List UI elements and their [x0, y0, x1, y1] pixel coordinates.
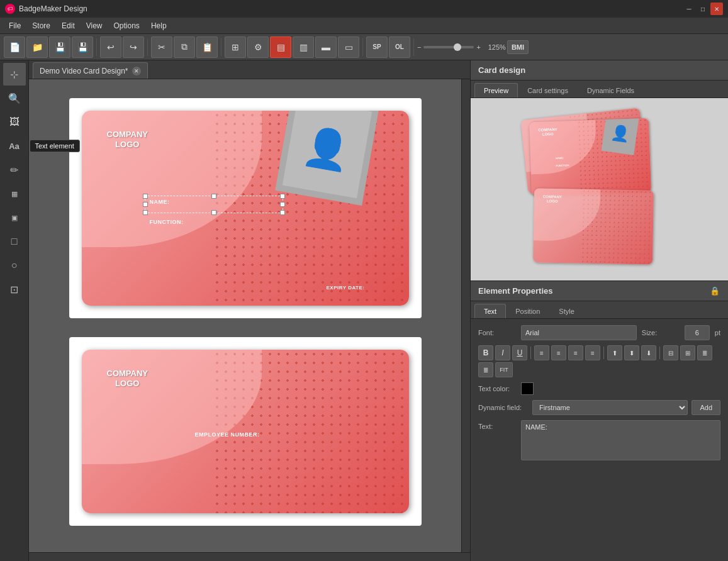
text-field-input[interactable]: NAME: — [521, 420, 720, 460]
maximize-button[interactable]: □ — [697, 3, 709, 15]
app-icon: 🏷 — [5, 4, 15, 14]
paste-button[interactable]: 📋 — [196, 36, 218, 58]
menu-bar: File Store Edit View Options Help — [0, 18, 728, 34]
save-button[interactable]: 💾 — [49, 36, 70, 58]
expiry-field: EXPIRY DATE: — [327, 285, 365, 291]
menu-edit[interactable]: Edit — [57, 19, 80, 32]
bmi-button[interactable]: BMI — [507, 40, 529, 54]
menu-help[interactable]: Help — [146, 19, 172, 32]
card-view-button[interactable]: ▤ — [270, 36, 291, 58]
open-button[interactable]: 📁 — [26, 36, 48, 58]
capture-tool-button[interactable]: ⊡ — [3, 278, 26, 301]
align-right-button[interactable]: ≡ — [568, 345, 583, 360]
menu-options[interactable]: Options — [109, 19, 145, 32]
element-props-panel: Element Properties 🔒 Text Position Style… — [471, 281, 728, 561]
canvas-area[interactable]: COMPANY LOGO 👤 — [29, 79, 461, 552]
list-button[interactable]: ≣ — [697, 345, 712, 360]
valign-mid-button[interactable]: ⬍ — [624, 345, 639, 360]
ol-button[interactable]: OL — [389, 36, 410, 58]
layout2-button[interactable]: ▬ — [315, 36, 337, 58]
minimize-button[interactable]: ─ — [683, 3, 695, 15]
cut-button[interactable]: ✂ — [151, 36, 172, 58]
list2-button[interactable]: ≣ — [478, 362, 493, 377]
card-design-panel: Card design Preview Card settings Dynami… — [471, 60, 728, 281]
layout3-button[interactable]: ▭ — [338, 36, 359, 58]
menu-store[interactable]: Store — [27, 19, 55, 32]
text-tool-button[interactable]: Aa Text element — [3, 135, 26, 157]
menu-file[interactable]: File — [4, 19, 26, 32]
circle-tool-button[interactable]: ○ — [3, 254, 26, 277]
zoom-plus[interactable]: + — [476, 43, 480, 51]
underline-button[interactable]: U — [512, 345, 527, 360]
preview-logo-2: COMPANY LOGO — [538, 128, 557, 137]
text-color-swatch[interactable] — [521, 382, 534, 395]
bold-button[interactable]: B — [478, 345, 493, 360]
select-tool-button[interactable]: ⊹ — [3, 63, 26, 86]
saveas-button[interactable]: 💾 — [72, 36, 93, 58]
tab-preview[interactable]: Preview — [474, 83, 518, 97]
tab-dynamic-fields[interactable]: Dynamic Fields — [578, 83, 644, 97]
valign-top-button[interactable]: ⬆ — [607, 345, 622, 360]
layout1-button[interactable]: ▥ — [293, 36, 314, 58]
align-left-button[interactable]: ≡ — [534, 345, 549, 360]
zoom-minus[interactable]: − — [417, 43, 421, 51]
card-back[interactable]: COMPANY LOGO EMPLOYEE NUMBER: — [82, 350, 409, 513]
employee-field: EMPLOYEE NUMBER: — [195, 431, 260, 438]
preview-card-mid: COMPANY LOGO 👤 NAME: FUNCTION: — [529, 118, 651, 197]
image-tool-button[interactable]: 🖼 — [3, 111, 26, 133]
main-area: ⊹ 🔍 🖼 Aa Text element ✏ ▦ ▣ □ ○ ⊡ Demo V… — [0, 60, 728, 561]
horizontal-scrollbar[interactable] — [29, 552, 470, 561]
toolbar-sep-4 — [362, 38, 363, 56]
qr-tool-button[interactable]: ▣ — [3, 206, 26, 229]
menu-view[interactable]: View — [81, 19, 108, 32]
new-button[interactable]: 📄 — [4, 36, 25, 58]
draw-tool-button[interactable]: ✏ — [3, 158, 26, 181]
size-input[interactable] — [685, 325, 710, 340]
add-dynamic-field-button[interactable]: Add — [692, 400, 720, 415]
design-tab-close[interactable]: ✕ — [132, 67, 141, 75]
card-front[interactable]: COMPANY LOGO 👤 — [82, 111, 409, 306]
zoom-tool-button[interactable]: 🔍 — [3, 87, 26, 109]
tab-card-settings[interactable]: Card settings — [518, 83, 578, 97]
indent-left-button[interactable]: ⊟ — [663, 345, 678, 360]
redo-button[interactable]: ↪ — [123, 36, 144, 58]
toolbar-sep-5 — [413, 38, 414, 56]
grid-button[interactable]: ⊞ — [225, 36, 246, 58]
card-design-tabs: Preview Card settings Dynamic Fields — [471, 81, 728, 98]
dynamic-field-select[interactable]: Firstname Lastname Function Employee Num… — [532, 400, 688, 415]
design-tab[interactable]: Demo Video Card Design* ✕ — [33, 62, 148, 79]
size-label: Size: — [642, 329, 680, 336]
italic-button[interactable]: I — [495, 345, 510, 360]
content-area: Demo Video Card Design* ✕ COMPANY LOGO — [29, 60, 470, 561]
valign-bot-button[interactable]: ⬇ — [641, 345, 656, 360]
toolbar-sep-2 — [147, 38, 148, 56]
undo-button[interactable]: ↩ — [100, 36, 121, 58]
preview-name: NAME: — [555, 156, 563, 159]
toolbar-sep-1 — [96, 38, 97, 56]
copy-button[interactable]: ⧉ — [174, 36, 195, 58]
font-select[interactable]: Arial — [521, 325, 637, 340]
sp-button[interactable]: SP — [366, 36, 388, 58]
app-title: BadgeMaker Design — [19, 4, 87, 13]
card-front-container: COMPANY LOGO 👤 — [69, 98, 422, 318]
barcode-tool-button[interactable]: ▦ — [3, 182, 26, 205]
close-button[interactable]: ✕ — [710, 3, 723, 15]
zoom-thumb[interactable] — [454, 43, 461, 51]
rect-tool-button[interactable]: □ — [3, 230, 26, 253]
design-tab-label: Demo Video Card Design* — [40, 67, 128, 75]
align-justify-button[interactable]: ≡ — [585, 345, 600, 360]
title-bar-controls[interactable]: ─ □ ✕ — [683, 3, 723, 15]
vertical-scrollbar[interactable] — [461, 79, 470, 552]
zoom-value: 125% — [483, 43, 506, 51]
zoom-track[interactable] — [423, 46, 474, 48]
lock-icon[interactable]: 🔒 — [709, 286, 720, 297]
tab-style[interactable]: Style — [549, 304, 583, 318]
tab-position[interactable]: Position — [506, 304, 549, 318]
indent-right-button[interactable]: ⊞ — [680, 345, 695, 360]
tab-text[interactable]: Text — [474, 304, 506, 318]
align-center-button[interactable]: ≡ — [551, 345, 566, 360]
fit-button[interactable]: FIT — [495, 362, 513, 377]
card-back-logo: COMPANY LOGO — [107, 369, 148, 388]
preview-photo: 👤 — [601, 118, 639, 155]
settings-button[interactable]: ⚙ — [247, 36, 269, 58]
